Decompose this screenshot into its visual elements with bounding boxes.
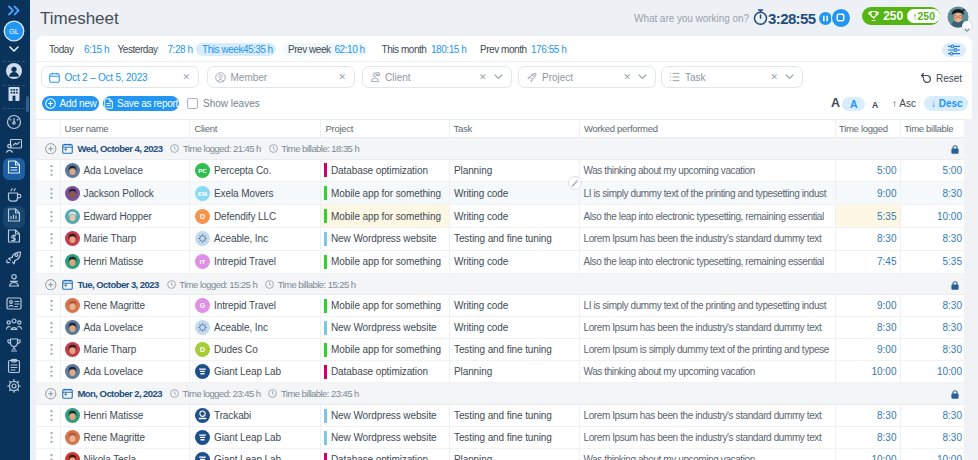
svg-text:G: G	[199, 302, 205, 309]
svg-text:D: D	[199, 346, 204, 353]
svg-text:PC: PC	[198, 167, 207, 174]
svg-text:IT: IT	[199, 258, 205, 265]
svg-text:EM: EM	[197, 190, 206, 197]
svg-text:GL: GL	[9, 27, 19, 36]
svg-text:D: D	[199, 213, 204, 220]
